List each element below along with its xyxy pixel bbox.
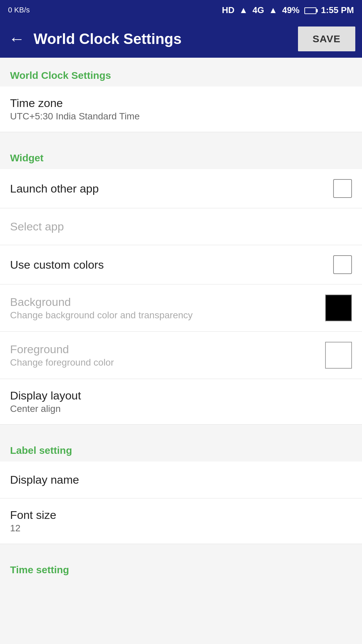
select-app-title: Select app: [10, 220, 352, 233]
hd-indicator: HD: [222, 5, 235, 15]
use-custom-colors-text: Use custom colors: [10, 258, 333, 271]
foreground-title: Foreground: [10, 343, 325, 356]
spacer-3: [0, 544, 362, 552]
timezone-title: Time zone: [10, 97, 352, 110]
setting-row-display-layout[interactable]: Display layout Center align: [0, 379, 362, 425]
data-speed: 0 KB/s: [8, 6, 30, 14]
font-size-subtitle: 12: [10, 523, 352, 534]
settings-content: World Clock Settings Time zone UTC+5:30 …: [0, 58, 362, 581]
section-header-world-clock: World Clock Settings: [0, 58, 362, 87]
battery-icon: [304, 5, 316, 15]
spacer-1: [0, 132, 362, 140]
status-bar: 0 KB/s HD ▲ 4G ▲ 49% 1:55 PM: [0, 0, 362, 20]
timezone-subtitle: UTC+5:30 India Standard Time: [10, 111, 352, 122]
foreground-color-swatch[interactable]: [325, 342, 352, 369]
foreground-text: Foreground Change foreground color: [10, 343, 325, 368]
font-size-title: Font size: [10, 508, 352, 522]
signal-icon-2: ▲: [269, 5, 278, 15]
setting-row-foreground[interactable]: Foreground Change foreground color: [0, 332, 362, 379]
use-custom-colors-checkbox[interactable]: [333, 255, 352, 274]
launch-other-app-text: Launch other app: [10, 182, 333, 195]
back-button[interactable]: ←: [7, 31, 27, 47]
4g-indicator: 4G: [252, 5, 264, 15]
foreground-subtitle: Change foreground color: [10, 357, 325, 368]
setting-row-font-size[interactable]: Font size 12: [0, 498, 362, 544]
background-title: Background: [10, 296, 325, 309]
launch-other-app-checkbox[interactable]: [333, 179, 352, 198]
status-icons: HD ▲ 4G ▲ 49% 1:55 PM: [222, 5, 354, 15]
background-subtitle: Change background color and transparency: [10, 310, 325, 321]
setting-row-background[interactable]: Background Change background color and t…: [0, 284, 362, 332]
save-button[interactable]: SAVE: [298, 26, 355, 51]
display-name-text: Display name: [10, 473, 352, 486]
signal-icon: ▲: [239, 5, 248, 15]
background-color-swatch[interactable]: [325, 294, 352, 321]
clock-time: 1:55 PM: [321, 5, 354, 15]
use-custom-colors-title: Use custom colors: [10, 258, 333, 271]
battery-percentage: 49%: [282, 5, 300, 15]
setting-row-timezone[interactable]: Time zone UTC+5:30 India Standard Time: [0, 87, 362, 132]
section-header-widget: Widget: [0, 140, 362, 169]
setting-row-select-app[interactable]: Select app: [0, 208, 362, 245]
setting-row-launch-other-app[interactable]: Launch other app: [0, 169, 362, 208]
page-title: World Clock Settings: [34, 31, 291, 47]
launch-other-app-title: Launch other app: [10, 182, 333, 195]
font-size-text: Font size 12: [10, 508, 352, 534]
display-name-title: Display name: [10, 473, 352, 486]
section-header-label-setting: Label setting: [0, 433, 362, 462]
background-text: Background Change background color and t…: [10, 296, 325, 321]
display-layout-title: Display layout: [10, 389, 352, 402]
display-layout-text: Display layout Center align: [10, 389, 352, 414]
spacer-2: [0, 425, 362, 433]
display-layout-subtitle: Center align: [10, 404, 352, 414]
setting-row-display-name[interactable]: Display name: [0, 462, 362, 498]
timezone-text: Time zone UTC+5:30 India Standard Time: [10, 97, 352, 122]
select-app-text: Select app: [10, 220, 352, 233]
app-bar: ← World Clock Settings SAVE: [0, 20, 362, 58]
setting-row-use-custom-colors[interactable]: Use custom colors: [0, 245, 362, 284]
section-header-time-setting: Time setting: [0, 552, 362, 581]
